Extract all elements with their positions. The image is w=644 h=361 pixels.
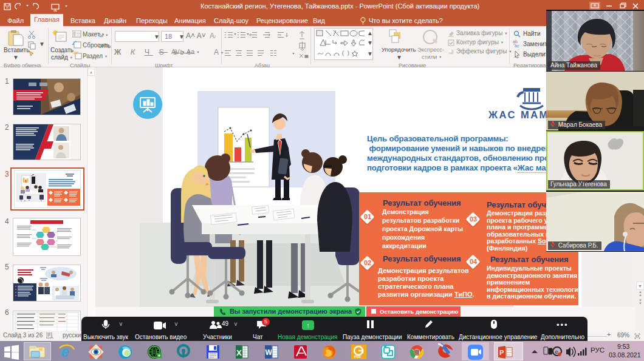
svg-text:e: e	[555, 349, 558, 355]
svg-text:W: W	[265, 348, 273, 357]
svg-text:X: X	[236, 348, 242, 357]
svg-text:P: P	[499, 349, 504, 356]
svg-text:ab: ab	[513, 39, 518, 44]
svg-text:PDF: PDF	[354, 355, 361, 359]
